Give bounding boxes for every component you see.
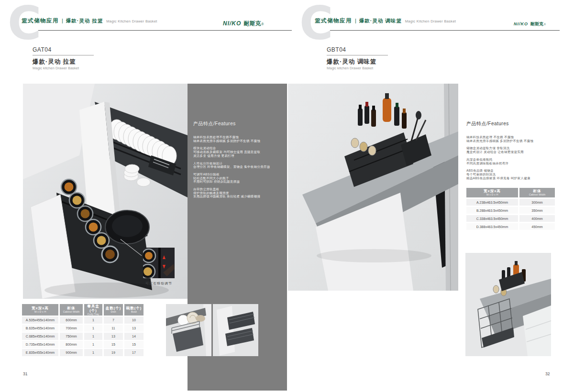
col-header-en: Bowl [124,310,144,314]
feature-line: 保护滑轨的畅通及顺滑度 [193,191,280,195]
col-header: 碗数(个) [124,306,144,310]
feature-line: 模块化灵动组合 [193,146,280,150]
feature-line: 纳米科技表面处理 不生锈 不腐蚀 [466,135,558,139]
product-code: GAT04 [33,46,52,53]
feature-line: 可调节ABS分隔板 [193,173,280,176]
col-header: 宽x深x高 [466,189,518,193]
feature-paragraph: 高深盒体低矮瓶托 不同高度调味瓶收纳井然有序 [466,158,558,165]
table-header-row: 宽x深x高W x D x H 柜体Cabinet Width [466,188,556,197]
feature-line: 精选ABS食品级材质 环保无毒 呵护家人健康 [466,176,558,180]
feature-line: 魔盒式设计 灵动组合 让收纳更便捷实用 [466,150,558,154]
table-cell: A.535x455x140mm [22,316,58,324]
table-cell: 600mm [60,316,83,324]
feature-paragraph: 自带防尘滑轨盖板 保护滑轨的畅通及顺滑度 采用品牌缓冲隐藏滑轨 推拉轻柔 减少碗… [193,187,280,198]
table-row: B.288x463.5x450mm 350mm [466,207,556,214]
header-subtitle: 爆款·灵动 调味篮 [359,18,402,24]
table-cell: 14 [124,333,144,340]
table-cell: 800mm [60,341,83,348]
table-cell: A.238x463.5x450mm [466,199,518,206]
table-cell: 1 [84,316,102,324]
table-cell: 900mm [60,349,83,356]
col-header: 柜体 [519,189,555,193]
feature-line: 纳米表面光滑手感细腻 多层防护不生锈 不腐蚀 [466,139,558,143]
table-cell: 750mm [60,333,83,340]
feature-line: ABS食品级 储物盒 [466,169,558,173]
table-row: D.735x455x140mm 800mm 1 15 15 [22,341,145,348]
table-cell: C.338x463.5x450mm [466,215,518,222]
nisko-logo-cn: 耐斯克 [243,20,261,28]
feature-line: 不用时可拆卸 拒绝杂乱随意摆放 [193,180,280,184]
wok-pan [105,210,149,244]
table-cell: 400mm [519,215,555,222]
feature-line: 人性化分区收纳设计 [193,162,280,165]
table-cell: 1 [84,349,102,356]
col-header-en: Cabinet Width [519,193,555,196]
col-header-en: W x D x H [466,193,518,196]
table-cell: 15 [104,341,123,348]
registered-mark: ® [544,23,546,26]
product-code: GBT04 [327,46,346,53]
header-rule [330,30,560,31]
nisko-logo-latin: NI/KO [514,22,528,26]
table-cell: 15 [124,341,144,348]
left-page-header: 篮式储物应用 | 爆款·灵动 拉篮 Magic Kitchen Drawer B… [22,17,157,24]
table-cell: 350mm [519,207,555,214]
table-cell: 13 [124,325,144,332]
table-cell: 17 [124,349,144,356]
table-row: B.635x455x140mm 700mm 1 11 13 [22,325,145,332]
registered-mark: ® [261,22,264,26]
page-number-left: 31 [23,371,27,376]
product-code-underline [33,55,94,55]
left-thumb-photo-2 [213,304,258,356]
feature-line: 采用品牌缓冲隐藏滑轨 推拉轻柔 减少碗碟碰撞 [193,195,280,198]
feature-paragraph: ABS食品级 储物盒 每个可单独拆卸清洗 精选ABS食品级材质 环保无毒 呵护家… [466,169,558,180]
table-cell: B.635x455x140mm [22,325,58,332]
features-title: 产品特点/Features [193,120,280,127]
left-thumb-photo-1 [166,304,211,356]
right-features: 产品特点/Features 纳米科技表面处理 不生锈 不腐蚀 纳米表面光滑手感细… [466,120,558,184]
table-cell: 11 [104,325,123,332]
table-cell: 450mm [519,223,555,230]
feature-line: 轻松适配不同大小的瓶子 [193,176,280,180]
right-page-header: 篮式储物应用 | 爆款·灵动 调味篮 Magic Kitchen Drawer … [315,17,456,24]
nisko-logo-cn: 耐斯克 [530,21,543,27]
page-number-right: 32 [545,371,550,376]
table-cell: 1 [84,333,102,340]
right-thumb-photo [465,253,551,356]
feature-line: 不同高度调味瓶收纳井然有序 [466,162,558,165]
table-cell: 19 [104,349,123,356]
col-header: 盘数(个) [104,306,123,310]
table-cell: 1 [84,341,102,348]
header-subtitle: 爆款·灵动 拉篮 [66,18,103,24]
left-spec-table: 宽x深x高W x D x H 柜体Cabinet Width 餐具盒(个)Cut… [22,304,145,356]
table-cell: D.388x463.5x450mm [466,223,518,230]
table-cell: 7 [104,316,123,324]
col-header: 餐具盒(个) [84,304,102,313]
feature-paragraph: 纳米科技表面处理不生锈不腐蚀 纳米表面光滑手感细腻 多层防护不生锈 不腐蚀 [193,135,280,142]
feature-line: 纳米表面光滑手感细腻 多层防护不生锈 不腐蚀 [193,139,280,143]
feature-paragraph: 储物盒灵动提取方便 拿取清洗 魔盒式设计 灵动组合 让收纳更便捷实用 [466,146,558,153]
table-row: D.388x463.5x450mm 450mm [466,223,556,230]
table-cell: 300mm [519,199,555,206]
table-cell: 10 [124,316,144,324]
feature-line: 合理分区 科学收纳碗碟架、置物盒 集中收纳分类存放 [193,165,280,169]
table-row: C.338x463.5x450mm 400mm [466,215,556,222]
table-header-row: 宽x深x高W x D x H 柜体Cabinet Width 餐具盒(个)Cut… [22,304,145,316]
feature-line: 储物盒灵动提取方便 拿取清洗 [466,146,558,150]
feature-line: 灵活多变 使用方便 更易打理 [193,154,280,158]
features-title: 产品特点/Features [466,120,558,127]
header-divider: | [62,18,63,23]
col-header-en: Cutly Tray [84,313,102,316]
feature-line: 自带防尘滑轨盖板 [193,187,280,191]
table-cell: E.835x455x140mm [22,349,58,356]
product-name-en: Magic kitchen Drawer Basket [327,66,373,70]
table-row: E.835x455x140mm 900mm 1 19 17 [22,349,145,356]
header-divider: | [355,18,356,23]
table-cell: 700mm [60,325,83,332]
table-row: C.685x455x140mm 750mm 1 13 14 [22,333,145,340]
col-header-en: W x D x H [22,310,58,314]
feature-line: 每个可单独拆卸清洗 [466,173,558,176]
feature-paragraph: 人性化分区收纳设计 合理分区 科学收纳碗碟架、置物盒 集中收纳分类存放 [193,162,280,169]
product-name: 爆款·灵动 调味篮 [327,58,376,66]
feature-line: 高深盒体低矮瓶托 [466,158,558,162]
